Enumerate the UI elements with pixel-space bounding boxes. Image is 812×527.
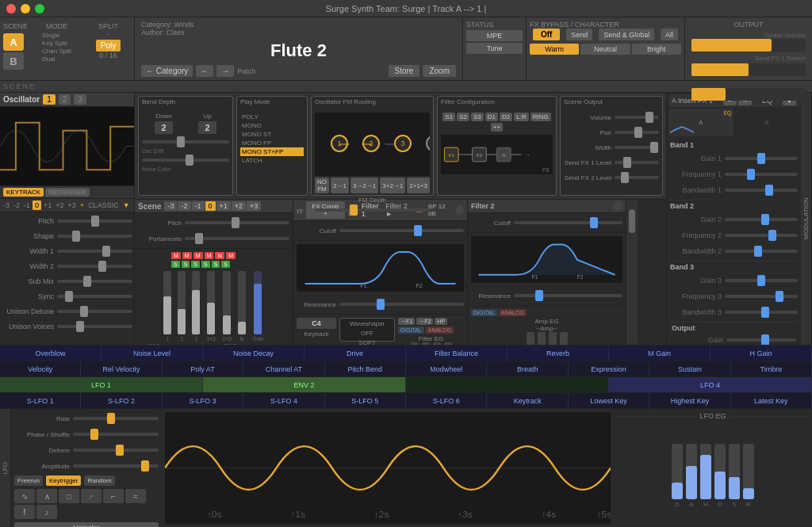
lfo-wave-sine[interactable]: ∿ [14,489,35,503]
fader-n[interactable] [238,271,246,334]
filter-pp[interactable]: ++ [491,123,503,132]
keytrigger-button[interactable]: Keytrigger [46,475,81,486]
pm-mono-stfp[interactable]: MONO ST+FP [240,147,304,156]
bend-up-value[interactable]: 2 [198,121,216,134]
mode-chansplit[interactable]: Chan Split [42,48,71,55]
fm-3to2to1-button[interactable]: 3→2→1 [350,178,378,193]
sync-slider[interactable] [57,295,132,298]
lfo-eg-d2-slider[interactable] [714,444,726,499]
mute-6[interactable]: M [226,252,236,259]
mm-highest-key[interactable]: Highest Key [649,393,730,408]
mm-velocity[interactable]: Velocity [0,361,81,376]
fx-off-button[interactable]: Off [533,29,560,40]
poly-badge[interactable]: Poly [96,40,121,52]
filter-s3[interactable]: S3 [471,113,484,121]
neutral-button[interactable]: Neutral [580,44,630,55]
no-fm-button[interactable]: NO FM [315,178,329,193]
scene-portamento-slider[interactable] [185,237,289,240]
scene-range-m2[interactable]: -2 [178,201,190,211]
mm-channel-at[interactable]: Channel AT [243,361,324,376]
fx-all-button[interactable]: All [661,29,678,40]
filter-s2[interactable]: S2 [457,113,469,121]
mm-slfo2[interactable]: S-LFO 2 [81,393,162,408]
band1-bw-slider[interactable] [725,189,798,192]
send-fx1-return-slider[interactable] [691,63,806,76]
mm-modwheel[interactable]: Modwheel [406,361,487,376]
mm-h-gain[interactable]: H Gain [710,346,812,361]
unipolar-button[interactable]: Unipolar [14,522,159,527]
fader-1x2[interactable] [207,271,215,334]
mm-drive[interactable]: Drive [304,346,406,361]
osc-drift-slider[interactable] [142,140,229,143]
lfo-eg-r-slider[interactable] [743,444,754,499]
filter2-cutoff-slider[interactable] [514,221,622,224]
osc-3-button[interactable]: 3 [74,94,86,105]
band2-freq-slider[interactable] [725,234,798,237]
filter2-lock[interactable] [613,201,622,211]
band1-freq-slider[interactable] [725,173,798,176]
mm-lfo4[interactable]: LFO 4 [609,377,812,392]
keytrack-button[interactable]: KEYTRACK [3,188,44,197]
width1-slider[interactable] [57,250,132,253]
retrigger-button[interactable]: RETRIGGER [45,188,90,197]
send-fx2-slider[interactable] [615,176,659,179]
band2-gain-slider[interactable] [725,218,798,221]
mm-rel-velocity[interactable]: Rel Velocity [81,361,162,376]
fm-2plus1plus3-button[interactable]: 2+1+3 [407,178,430,193]
ws-off[interactable]: OFF [342,329,393,338]
shape-slider[interactable] [57,235,132,238]
filter-eg-hp[interactable]: HP [435,318,447,325]
filter-eg-a[interactable] [411,342,419,345]
random-button[interactable]: Random [84,475,114,486]
band3-bw-slider[interactable] [725,311,798,314]
ws-soft[interactable]: SOFT [342,338,393,345]
mm-poly-at[interactable]: Poly AT [163,361,243,376]
solo-1[interactable]: S [171,261,180,268]
scene-pan-slider[interactable] [615,131,659,134]
lfo-eg-a-slider[interactable] [686,444,697,499]
mm-m-gain[interactable]: M Gain [609,346,710,361]
mm-sustain[interactable]: Sustain [649,361,730,376]
scene-b-button[interactable]: B [3,52,24,70]
filter-d1[interactable]: D1 [485,113,498,121]
mm-latest-key[interactable]: Latest Key [731,393,812,408]
scene-range-m1[interactable]: -1 [192,201,205,211]
scene-range-p2[interactable]: +2 [232,201,246,211]
lfo-phase-slider[interactable] [73,433,159,436]
mm-env3[interactable] [406,377,609,392]
lfo-wave-noise[interactable]: ≈ [125,489,146,503]
scene-range-p3[interactable]: +3 [247,201,261,211]
scene-range-p1[interactable]: +1 [216,201,231,211]
lfo-wave-extra[interactable]: ♪ [36,505,57,519]
pitch-slider[interactable] [57,220,132,223]
mm-breath[interactable]: Breath [487,361,568,376]
zoom-button[interactable]: Zoom [423,65,456,77]
send-fx1-slider[interactable] [615,161,659,164]
minimize-button[interactable] [21,4,30,13]
tune-button[interactable]: Tune [466,43,523,54]
lfo-wave-tri[interactable]: ∧ [36,489,57,503]
solo-4[interactable]: S [201,261,210,268]
mute-4[interactable]: M [205,252,214,259]
lfo-deform-slider[interactable] [73,449,159,452]
solo-6[interactable]: S [221,261,230,268]
osc-2-button[interactable]: 2 [59,94,71,105]
filter-eg-f2[interactable]: →F2 [416,318,433,325]
filter1-lock[interactable] [455,205,464,215]
lfo-eg-d-slider[interactable] [672,444,683,499]
patch-next-button[interactable]: → [216,65,234,77]
filter-lr[interactable]: L:R [514,113,528,121]
freerun-button[interactable]: Freerun [14,475,43,486]
pm-mono-fp[interactable]: MONO FP [240,139,304,147]
band3-gain-slider[interactable] [725,279,798,282]
scene-range-m3[interactable]: -3 [164,201,177,211]
mm-noise-level[interactable]: Noise Level [102,346,203,361]
fader-2[interactable] [178,271,186,334]
mm-env2[interactable]: ENV 2 [203,377,406,392]
mm-expression[interactable]: Expression [569,361,649,376]
width2-slider[interactable] [57,265,132,268]
eq-output-gain-slider[interactable] [726,338,796,342]
bright-button[interactable]: Bright [632,44,681,55]
routing-scrollbar[interactable] [629,201,635,343]
mm-timbre[interactable]: Timbre [731,361,812,376]
